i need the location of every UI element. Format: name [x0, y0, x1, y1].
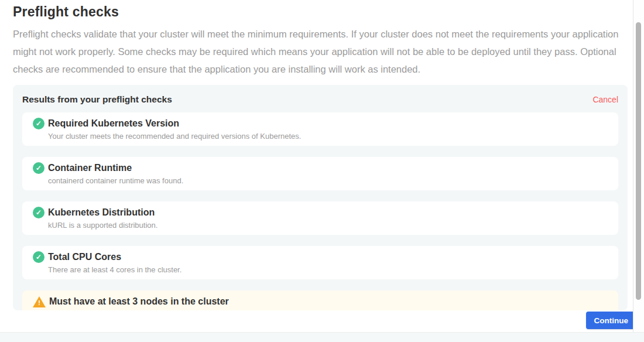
preflight-check-row: Kubernetes Distribution kURL is a suppor… [22, 201, 618, 235]
check-text: Must have at least 3 nodes in the cluste… [49, 296, 609, 310]
preflight-check-row: Required Kubernetes Version Your cluster… [22, 112, 618, 146]
check-message: kURL is a supported distribution. [48, 221, 609, 230]
check-circle-icon [33, 207, 44, 218]
preflight-check-row: Total CPU Cores There are at least 4 cor… [22, 246, 618, 279]
check-circle-icon [33, 162, 44, 174]
bottom-strip [0, 332, 644, 342]
check-message: containerd container runtime was found. [48, 176, 609, 185]
check-text: Container Runtime containerd container r… [48, 162, 609, 185]
checks-list: Required Kubernetes Version Your cluster… [22, 112, 618, 310]
preflight-check-row: Must have at least 3 nodes in the cluste… [22, 290, 618, 310]
page-title: Preflight checks [13, 4, 644, 20]
preflight-check-row: Container Runtime containerd container r… [22, 157, 618, 190]
cancel-link[interactable]: Cancel [592, 95, 618, 104]
page-description: Preflight checks validate that your clus… [13, 25, 625, 78]
check-title: Required Kubernetes Version [48, 118, 609, 129]
check-text: Kubernetes Distribution kURL is a suppor… [48, 207, 609, 230]
check-message: There are at least 4 cores in the cluste… [48, 265, 609, 274]
check-text: Required Kubernetes Version Your cluster… [48, 118, 609, 141]
check-circle-icon [33, 251, 44, 263]
panel-header: Results from your preflight checks Cance… [22, 93, 618, 105]
check-text: Total CPU Cores There are at least 4 cor… [48, 251, 609, 274]
scrollbar[interactable] [633, 0, 644, 332]
check-message: This application requires at least 3 nod… [49, 310, 609, 310]
check-circle-icon [33, 118, 44, 129]
continue-button[interactable]: Continue [586, 312, 637, 329]
scrollbar-thumb[interactable] [636, 22, 641, 300]
check-title: Kubernetes Distribution [48, 207, 609, 218]
preflight-results-panel: Results from your preflight checks Cance… [13, 85, 628, 310]
check-title: Must have at least 3 nodes in the cluste… [49, 296, 609, 307]
check-title: Container Runtime [48, 162, 609, 173]
panel-heading: Results from your preflight checks [22, 94, 172, 105]
check-title: Total CPU Cores [48, 251, 609, 262]
warning-triangle-icon [33, 296, 46, 307]
check-message: Your cluster meets the recommended and r… [48, 132, 609, 141]
